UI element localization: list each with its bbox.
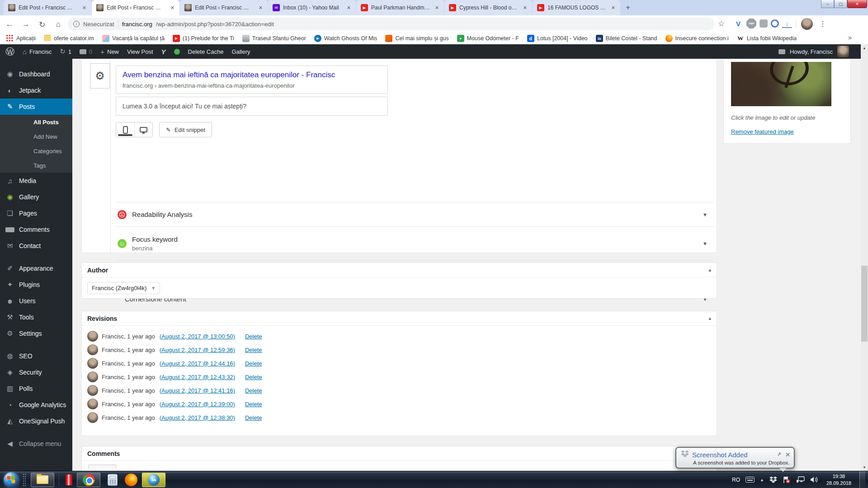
download-helper-icon[interactable]: ↓ bbox=[782, 19, 792, 28]
bookmark-traseul[interactable]: Traseul Sfantu Gheor bbox=[242, 35, 306, 42]
sidebar-item-media[interactable]: ♫ Media bbox=[0, 173, 72, 189]
remove-featured-image-link[interactable]: Remove featured image bbox=[731, 128, 794, 135]
reload-icon[interactable]: ↻ bbox=[36, 19, 48, 30]
sidebar-item-contact[interactable]: ✉ Contact bbox=[0, 238, 72, 254]
bookmark-aplicatii[interactable]: Aplicații bbox=[6, 35, 36, 42]
revision-date-link[interactable]: (August 2, 2017 @ 12:39:00) bbox=[160, 401, 235, 408]
dropbox-tray-icon[interactable] bbox=[769, 476, 777, 483]
admin-bar-new[interactable]: + New bbox=[100, 48, 119, 56]
onesignal-extension-icon[interactable] bbox=[771, 19, 779, 28]
yoast-seo-icon[interactable]: Y bbox=[161, 48, 166, 56]
bookmark-insecure-connection[interactable]: Insecure connection i bbox=[665, 35, 729, 42]
comments-metabox-header[interactable]: Comments ▴ bbox=[82, 446, 717, 461]
sidebar-item-seo[interactable]: ◍ SEO bbox=[0, 348, 72, 364]
tab-close-icon[interactable]: ✕ bbox=[610, 5, 617, 11]
sidebar-item-settings[interactable]: ⚙ Settings bbox=[0, 325, 72, 342]
author-select[interactable]: Francisc (Zw4rg0l4k) ▼ bbox=[87, 282, 160, 294]
user-avatar[interactable] bbox=[837, 46, 849, 57]
sidebar-item-onesignal-push[interactable]: ◭ OneSignal Push bbox=[0, 413, 72, 429]
bookmark-lotus[interactable]: d Lotus [2004] - Video bbox=[527, 35, 588, 42]
page-scrollbar[interactable]: ▲ ▼ bbox=[861, 44, 868, 471]
browser-profile-avatar[interactable] bbox=[801, 18, 813, 30]
revision-date-link[interactable]: (August 2, 2017 @ 13:00:50) bbox=[160, 333, 235, 340]
admin-bar-site[interactable]: ⌂ Francisc bbox=[23, 48, 52, 56]
featured-image[interactable] bbox=[731, 62, 831, 106]
sidebar-item-appearance[interactable]: ✐ Appearance bbox=[0, 260, 72, 277]
extension-gray-icon[interactable] bbox=[760, 19, 768, 28]
window-maximize-button[interactable]: ▢ bbox=[834, 0, 847, 8]
tab-close-icon[interactable]: ✕ bbox=[81, 5, 88, 11]
revision-date-link[interactable]: (August 2, 2017 @ 12:41:16) bbox=[160, 387, 235, 394]
gear-icon[interactable]: ⚙ bbox=[90, 63, 110, 89]
revision-date-link[interactable]: (August 2, 2017 @ 12:43:32) bbox=[160, 374, 235, 380]
sidebar-subitem-categories[interactable]: Categories bbox=[0, 144, 72, 158]
screen-feedback-icon[interactable] bbox=[778, 49, 785, 54]
notification-settings-icon[interactable] bbox=[777, 450, 782, 459]
home-icon[interactable]: ⌂ bbox=[52, 19, 64, 30]
bookmark-prelude[interactable]: ▶ (1) Prelude for the Ti bbox=[173, 35, 234, 42]
tab-edit-post-2[interactable]: Edit Post ‹ Francisc — WordPress ✕ bbox=[92, 0, 179, 15]
sidebar-gap-2[interactable] bbox=[0, 342, 72, 348]
revision-delete-link[interactable]: Delete bbox=[245, 401, 262, 408]
bookmark-watch-ghosts[interactable]: ▶ Watch Ghosts Of Mis bbox=[314, 35, 377, 42]
bookmark-oferte-calator[interactable]: oferte calator.im bbox=[44, 35, 94, 42]
tab-close-icon[interactable]: ✕ bbox=[345, 5, 352, 11]
dropbox-notification[interactable]: Screenshot Added ✕ A screenshot was adde… bbox=[675, 447, 795, 469]
collapse-toggle-icon[interactable]: ▴ bbox=[708, 267, 711, 273]
tab-close-icon[interactable]: ✕ bbox=[169, 5, 176, 11]
speaker-icon[interactable] bbox=[810, 476, 818, 483]
revision-date-link[interactable]: (August 2, 2017 @ 12:44:16) bbox=[160, 360, 235, 367]
wordpress-logo-icon[interactable]: Ⓦ bbox=[5, 46, 14, 58]
show-desktop-button[interactable] bbox=[859, 471, 865, 488]
mobile-preview-button[interactable] bbox=[116, 122, 134, 137]
admin-bar-comments[interactable]: 0 bbox=[80, 48, 92, 55]
scrollbar-thumb[interactable] bbox=[861, 266, 868, 342]
window-minimize-button[interactable]: – bbox=[821, 0, 834, 8]
bookmark-cel-mai-simplu[interactable]: Cel mai simplu și gus bbox=[385, 35, 448, 42]
admin-bar-howdy[interactable]: Howdy, Francisc bbox=[790, 48, 833, 55]
focus-keyword-section[interactable]: ☺ Focus keyword benzina ▼ bbox=[116, 226, 714, 260]
tab-youtube-paul-parkman[interactable]: ▶ Paul Parkman Handmade Shoes ✕ bbox=[356, 0, 444, 15]
tab-close-icon[interactable]: ✕ bbox=[434, 5, 440, 11]
start-button[interactable] bbox=[4, 472, 19, 488]
admin-bar-updates[interactable]: ↻ 1 bbox=[60, 47, 71, 56]
revision-delete-link[interactable]: Delete bbox=[245, 333, 262, 340]
sidebar-subitem-add-new[interactable]: Add New bbox=[0, 129, 72, 144]
chevron-down-icon[interactable]: ▼ bbox=[703, 212, 708, 217]
edit-snippet-button[interactable]: ✎ Edit snippet bbox=[159, 122, 212, 137]
sidebar-item-dashboard[interactable]: ◉ Dashboard bbox=[0, 66, 72, 82]
revisions-metabox-header[interactable]: Revisions ▴ bbox=[82, 311, 717, 326]
admin-bar-delete-cache[interactable]: Delete Cache bbox=[188, 48, 224, 55]
bookmark-mouse-odometer[interactable]: ▾ Mouse Odometer - F bbox=[457, 35, 519, 42]
site-info-icon[interactable]: i bbox=[73, 21, 80, 27]
collapse-toggle-icon[interactable]: ▴ bbox=[708, 315, 711, 321]
desktop-preview-button[interactable] bbox=[134, 122, 152, 137]
chevron-down-icon[interactable]: ▼ bbox=[703, 241, 708, 246]
readability-analysis-section[interactable]: ☹ Readability Analysis ▼ bbox=[116, 202, 714, 226]
bookmarks-overflow-icon[interactable]: » bbox=[848, 33, 852, 41]
window-close-button[interactable]: ✕ bbox=[847, 0, 867, 8]
revision-date-link[interactable]: (August 2, 2017 @ 12:59:36) bbox=[160, 347, 235, 353]
tab-close-icon[interactable]: ✕ bbox=[522, 5, 528, 11]
sidebar-item-gallery[interactable]: ◉ Gallery bbox=[0, 189, 72, 205]
sidebar-item-users[interactable]: ☻ Users bbox=[0, 293, 72, 309]
browser-menu-icon[interactable]: ⋮ bbox=[816, 19, 829, 29]
comments-button-partial[interactable] bbox=[88, 465, 116, 469]
bookmark-lista-fobii[interactable]: W Lista fobii Wikipedia bbox=[737, 35, 797, 42]
file-explorer-taskbar-button[interactable] bbox=[31, 473, 54, 487]
sidebar-item-collapse-menu[interactable]: ◀ Collapse menu bbox=[0, 436, 72, 452]
tab-edit-post-1[interactable]: Edit Post ‹ Francisc — WordPress ✕ bbox=[4, 0, 91, 15]
address-bar[interactable]: i Nesecurizat francisc.org/wp-admin/post… bbox=[68, 18, 714, 30]
pinned-app-icon[interactable] bbox=[66, 474, 72, 485]
extension-v-icon[interactable]: V bbox=[733, 19, 743, 28]
network-icon[interactable] bbox=[796, 476, 805, 483]
revision-delete-link[interactable]: Delete bbox=[245, 347, 262, 353]
forward-icon[interactable]: → bbox=[20, 19, 32, 30]
sidebar-item-security[interactable]: ◈ Security bbox=[0, 364, 72, 380]
revision-delete-link[interactable]: Delete bbox=[245, 374, 262, 380]
tray-expand-icon[interactable]: ▲ bbox=[760, 478, 764, 482]
sidebar-item-tools[interactable]: ⚒ Tools bbox=[0, 309, 72, 325]
bookmark-vacanta[interactable]: Vacanță la capătul ță bbox=[102, 35, 165, 42]
revision-delete-link[interactable]: Delete bbox=[245, 360, 262, 367]
bsplayer-taskbar-button[interactable]: bs bbox=[142, 473, 165, 487]
